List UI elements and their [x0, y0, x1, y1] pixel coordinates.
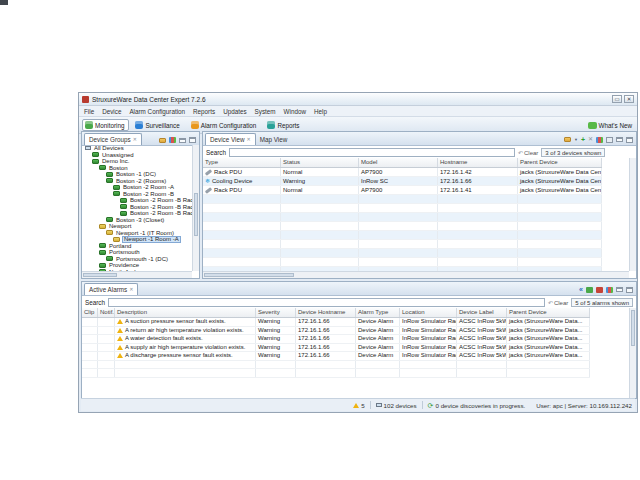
- alarms-vertical-scrollbar[interactable]: [629, 308, 636, 398]
- column-header-notif...[interactable]: Notif...: [98, 308, 115, 317]
- column-header-description[interactable]: Description: [115, 308, 256, 317]
- menu-alarm-configuration[interactable]: Alarm Configuration: [129, 108, 185, 115]
- column-header-clip[interactable]: Clip: [82, 308, 98, 317]
- column-header-device-label[interactable]: Device Label: [457, 308, 507, 317]
- cell-text: 172.16.1.66: [440, 178, 472, 185]
- empty-cell: [518, 222, 602, 230]
- perspective-monitoring[interactable]: Monitoring: [82, 119, 129, 131]
- maximize-panel-icon[interactable]: [626, 287, 633, 293]
- column-header-parent-device[interactable]: Parent Device: [518, 158, 602, 167]
- chart-icon[interactable]: [596, 137, 603, 143]
- alarm-history-icon[interactable]: [596, 287, 603, 293]
- column-header-hostname[interactable]: Hostname: [438, 158, 518, 167]
- menu-file[interactable]: File: [84, 108, 94, 115]
- tab-device-view[interactable]: Device View ✕: [205, 133, 256, 145]
- active-alarms-tab-bar: Active Alarms ✕ «: [82, 282, 636, 296]
- menu-system[interactable]: System: [255, 108, 276, 115]
- alarm-count-status[interactable]: 5: [353, 402, 364, 409]
- device-row[interactable]: ❄Cooling DeviceWarningInRow SC172.16.1.6…: [203, 177, 602, 186]
- column-header-type[interactable]: Type: [203, 158, 281, 167]
- maximize-panel-icon[interactable]: [189, 137, 196, 143]
- menu-reports[interactable]: Reports: [193, 108, 215, 115]
- maximize-button[interactable]: ▭: [612, 95, 622, 103]
- device-cell: AP7900: [359, 168, 438, 176]
- cell-text: Rack PDU: [214, 187, 242, 194]
- folder-icon: [120, 198, 127, 203]
- acknowledge-icon[interactable]: [586, 287, 593, 293]
- close-tab-icon[interactable]: ✕: [247, 137, 251, 142]
- device-clear-button[interactable]: ↶ Clear: [518, 149, 538, 156]
- alarms-clear-button[interactable]: ↶ Clear: [548, 299, 568, 306]
- empty-cell: [507, 369, 590, 377]
- chart-icon[interactable]: [169, 137, 176, 143]
- close-tab-icon[interactable]: ✕: [133, 137, 137, 142]
- empty-cell: [203, 204, 281, 212]
- column-header-status[interactable]: Status: [281, 158, 359, 167]
- minimize-panel-icon[interactable]: [616, 287, 623, 292]
- alarm-cell: [82, 344, 98, 352]
- tab-active-alarms[interactable]: Active Alarms ✕: [84, 283, 138, 295]
- folder-icon: [99, 250, 106, 255]
- tree-vertical-scrollbar[interactable]: [192, 145, 199, 271]
- alarm-count-value: 5: [361, 402, 364, 409]
- undo-icon: ↶: [518, 149, 523, 156]
- alarm-row[interactable]: A water detection fault exists.Warning17…: [82, 335, 590, 344]
- empty-cell: [203, 258, 281, 266]
- chart-icon[interactable]: [606, 287, 613, 293]
- menu-window[interactable]: Window: [284, 108, 306, 115]
- folder-icon: [113, 237, 120, 242]
- device-search-input[interactable]: [229, 148, 515, 157]
- warning-icon: [117, 353, 123, 358]
- menu-device[interactable]: Device: [102, 108, 121, 115]
- alarm-cell: [98, 335, 115, 343]
- close-button[interactable]: ✕: [624, 95, 634, 103]
- column-header-parent-device[interactable]: Parent Device: [507, 308, 590, 317]
- column-header-device-hostname[interactable]: Device Hostname: [296, 308, 356, 317]
- alarm-row[interactable]: A discharge pressure sensor fault exists…: [82, 352, 590, 361]
- empty-cell: [438, 258, 518, 266]
- folder-icon: [99, 165, 106, 170]
- perspective-reports[interactable]: Reports: [264, 119, 304, 131]
- column-header-alarm-type[interactable]: Alarm Type: [356, 308, 400, 317]
- add-device-icon[interactable]: +: [581, 136, 585, 143]
- empty-row: [203, 240, 602, 249]
- new-folder-icon[interactable]: [159, 138, 166, 143]
- menu-bar: FileDeviceAlarm ConfigurationReportsUpda…: [79, 106, 637, 117]
- device-cell: jacks (StruxureWare Data Cen...: [518, 177, 602, 185]
- tab-map-view[interactable]: Map View: [256, 133, 292, 145]
- whats-new-button[interactable]: What's New: [588, 122, 634, 129]
- column-header-location[interactable]: Location: [400, 308, 457, 317]
- monitoring-icon: [85, 121, 93, 129]
- cell-text: 172.16.1.66: [298, 335, 330, 342]
- maximize-panel-icon[interactable]: [626, 137, 633, 143]
- column-header-model[interactable]: Model: [359, 158, 438, 167]
- minimize-panel-icon[interactable]: [616, 137, 623, 142]
- clear-label: Clear: [524, 150, 538, 156]
- alarm-cell: 172.16.1.66: [296, 335, 356, 343]
- close-tab-icon[interactable]: ✕: [129, 287, 133, 292]
- export-icon[interactable]: [606, 137, 613, 143]
- minimize-panel-icon[interactable]: [179, 138, 186, 143]
- column-header-severity[interactable]: Severity: [256, 308, 296, 317]
- perspective-alarm-configuration[interactable]: Alarm Configuration: [188, 119, 262, 131]
- discovery-status[interactable]: ⟳ 0 device discoveries in progress.: [428, 402, 526, 409]
- menu-updates[interactable]: Updates: [223, 108, 246, 115]
- dropdown-arrow-icon[interactable]: ▼: [574, 136, 578, 143]
- perspective-surveillance[interactable]: Surveillance: [132, 119, 184, 131]
- device-table-vertical-scrollbar[interactable]: [629, 158, 636, 271]
- menu-help[interactable]: Help: [314, 108, 327, 115]
- device-count-status[interactable]: 102 devices: [376, 402, 417, 409]
- alarm-row[interactable]: A return air high temperature violation …: [82, 327, 590, 336]
- remove-device-icon[interactable]: ✕: [588, 136, 593, 143]
- tree-horizontal-scrollbar[interactable]: [82, 271, 192, 278]
- device-row[interactable]: Rack PDUNormalAP7900172.16.1.41jacks (St…: [203, 186, 602, 195]
- alarm-row[interactable]: A suction pressure sensor fault exists.W…: [82, 318, 590, 327]
- alarms-search-input[interactable]: [108, 298, 545, 307]
- alarm-row[interactable]: A supply air high temperature violation …: [82, 344, 590, 353]
- device-table-horizontal-scrollbar[interactable]: [203, 271, 629, 278]
- group-folder-icon[interactable]: [564, 137, 571, 142]
- collapse-all-icon[interactable]: «: [579, 286, 583, 293]
- alarm-cell: 172.16.1.66: [296, 327, 356, 335]
- tab-device-groups[interactable]: Device Groups ✕: [84, 133, 142, 145]
- device-row[interactable]: Rack PDUNormalAP7900172.16.1.42jacks (St…: [203, 168, 602, 177]
